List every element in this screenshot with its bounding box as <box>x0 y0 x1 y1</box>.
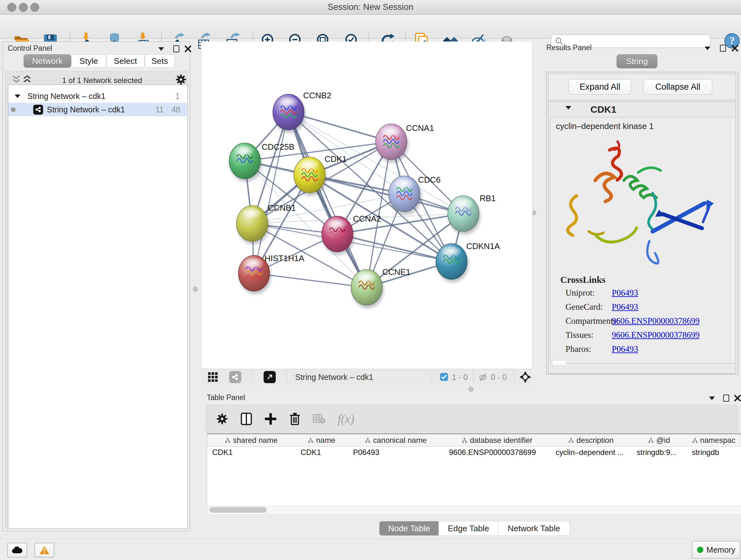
results-vertical-scrollbar[interactable] <box>730 118 734 363</box>
table-panel-close-icon[interactable] <box>734 395 741 401</box>
tab-string[interactable]: String <box>616 54 657 68</box>
network-tree-root-row[interactable]: String Network – cdk1 1 <box>8 89 187 103</box>
network-node-CDC6[interactable]: CDC6 <box>389 175 441 215</box>
network-label: String Network – cdk1 <box>47 105 125 114</box>
network-node-CDK1[interactable]: CDK1 <box>294 154 347 196</box>
column-header-3[interactable]: database identifier <box>444 434 551 447</box>
table-horizontal-scrollbar[interactable] <box>207 506 741 515</box>
network-node-CCNB1[interactable]: CCNB1 <box>237 203 296 245</box>
table-cell[interactable]: CDK1 <box>207 447 295 458</box>
separator <box>286 371 287 383</box>
node-label-CCNA2: CCNA2 <box>353 214 381 224</box>
tab-network[interactable]: Network <box>23 54 71 68</box>
network-node-CDC25B[interactable]: CDC25B <box>229 142 294 182</box>
memory-label: Memory <box>706 545 735 555</box>
table-cell[interactable]: stringdb <box>687 447 741 458</box>
results-panel-title: Results Panel <box>546 44 592 52</box>
node-label-RB1: RB1 <box>480 193 496 203</box>
node-label-CCNE1: CCNE1 <box>382 267 410 277</box>
title-bar: Session: New Session <box>0 0 741 15</box>
node-table: shared namenamecanonical namedatabase id… <box>207 434 741 506</box>
network-options-gear-icon[interactable] <box>175 73 187 85</box>
column-header-0[interactable]: shared name <box>207 434 296 447</box>
network-node-HIST1H1A[interactable]: HIST1H1A <box>239 253 305 294</box>
control-panel-close-icon[interactable] <box>185 45 192 52</box>
table-cell[interactable]: 9606.ENSP00000378699 <box>444 447 550 458</box>
control-panel-title: Control Panel <box>8 44 52 53</box>
network-node-RB1[interactable]: RB1 <box>448 193 496 235</box>
memory-button[interactable]: Memory <box>692 541 740 559</box>
grid-icon <box>208 372 218 382</box>
tab-edge-table[interactable]: Edge Table <box>439 521 498 536</box>
cloud-status-button[interactable] <box>7 543 27 557</box>
table-panel-title: Table Panel <box>207 393 245 402</box>
left-splitter-handle[interactable] <box>193 287 198 292</box>
results-panel-close-icon[interactable] <box>731 45 738 52</box>
network-node-CDKN1A[interactable]: CDKN1A <box>436 241 500 283</box>
tab-select[interactable]: Select <box>106 54 145 68</box>
table-scrollbar-thumb[interactable] <box>209 507 267 513</box>
collapse-all-networks-icon[interactable] <box>22 75 32 84</box>
table-cell[interactable]: CDK1 <box>295 447 348 458</box>
gene-collapse-icon[interactable] <box>565 106 571 110</box>
column-header-4[interactable]: description <box>550 434 632 447</box>
results-horizontal-scrollbar-thumb[interactable] <box>552 360 566 366</box>
edge-CCNB2-HIST1H1A <box>254 112 288 273</box>
node-label-CDK1: CDK1 <box>325 154 347 164</box>
column-header-5[interactable]: @id <box>631 434 687 447</box>
crosslink-label: Uniprot: <box>565 288 595 298</box>
create-column-button[interactable] <box>262 410 280 428</box>
selected-nodes-edges-count: 1 - 0 <box>452 373 468 382</box>
grid-view-button[interactable] <box>208 372 218 383</box>
network-node-CCNE1[interactable]: CCNE1 <box>351 267 410 308</box>
delete-table-icon <box>313 414 326 424</box>
expand-all-networks-icon[interactable] <box>11 75 21 84</box>
table-cell[interactable]: P06493 <box>348 447 444 458</box>
tab-node-table[interactable]: Node Table <box>379 521 439 536</box>
column-header-6[interactable]: namespac <box>687 434 741 447</box>
table-panel-float-icon[interactable] <box>709 396 715 400</box>
network-node-CCNA2[interactable]: CCNA2 <box>322 214 381 255</box>
current-network-title: String Network – cdk1 <box>295 373 374 382</box>
tab-style[interactable]: Style <box>71 54 106 68</box>
selected-checkbox-icon[interactable] <box>440 373 448 381</box>
table-cell[interactable]: stringdb:9... <box>631 447 687 458</box>
birdseye-view-button[interactable] <box>264 371 276 383</box>
fit-content-crosshair-icon[interactable] <box>520 371 531 383</box>
show-columns-button[interactable] <box>238 410 255 428</box>
delete-column-button[interactable] <box>286 410 304 428</box>
results-panel-maximize-icon[interactable] <box>720 45 726 52</box>
warnings-button[interactable] <box>35 543 54 557</box>
crosslink-label: Tissues: <box>565 330 594 340</box>
network-view-mode-button[interactable] <box>229 371 241 383</box>
network-view-canvas[interactable]: CCNB2CCNA1CDC25BCDK1CDC6RB1CCNB1CCNA2CDK… <box>201 42 533 369</box>
node-label-CCNA1: CCNA1 <box>406 123 434 133</box>
pharos-link[interactable]: P06493 <box>612 344 638 354</box>
crosslink-value: 9606.ENSP00000378699 <box>612 330 699 340</box>
column-header-2[interactable]: canonical name <box>348 434 444 447</box>
collapse-tree-icon[interactable] <box>15 95 20 98</box>
hidden-eye-slash-icon[interactable] <box>478 372 488 382</box>
tab-network-table[interactable]: Network Table <box>498 521 570 536</box>
tissues-link[interactable]: 9606.ENSP00000378699 <box>612 330 699 340</box>
column-header-label: namespac <box>700 436 736 445</box>
control-panel-maximize-icon[interactable] <box>173 45 179 52</box>
expand-all-button[interactable]: Expand All <box>569 79 631 95</box>
tab-sets[interactable]: Sets <box>145 54 175 68</box>
bottom-splitter-handle[interactable] <box>468 387 474 392</box>
table-options-button[interactable] <box>213 410 231 428</box>
genecard-link[interactable]: P06493 <box>612 302 638 312</box>
crosslink-value: P06493 <box>612 288 638 298</box>
network-tree-selected-row[interactable]: String Network – cdk1 11 48 <box>8 103 187 116</box>
table-panel-maximize-icon[interactable] <box>723 395 729 401</box>
network-node-CCNA1[interactable]: CCNA1 <box>376 123 434 163</box>
control-panel-float-icon[interactable] <box>158 47 164 51</box>
results-panel-float-icon[interactable] <box>704 47 711 50</box>
network-node-CCNB2[interactable]: CCNB2 <box>273 91 331 133</box>
collapse-all-button[interactable]: Collapse All <box>643 79 712 95</box>
compartments-link[interactable]: 9606.ENSP00000378699 <box>612 316 699 326</box>
uniprot-link[interactable]: P06493 <box>612 288 638 298</box>
table-cell[interactable]: cyclin–dependent ... <box>550 447 631 458</box>
column-header-1[interactable]: name <box>295 434 348 447</box>
gear-icon <box>216 413 228 425</box>
